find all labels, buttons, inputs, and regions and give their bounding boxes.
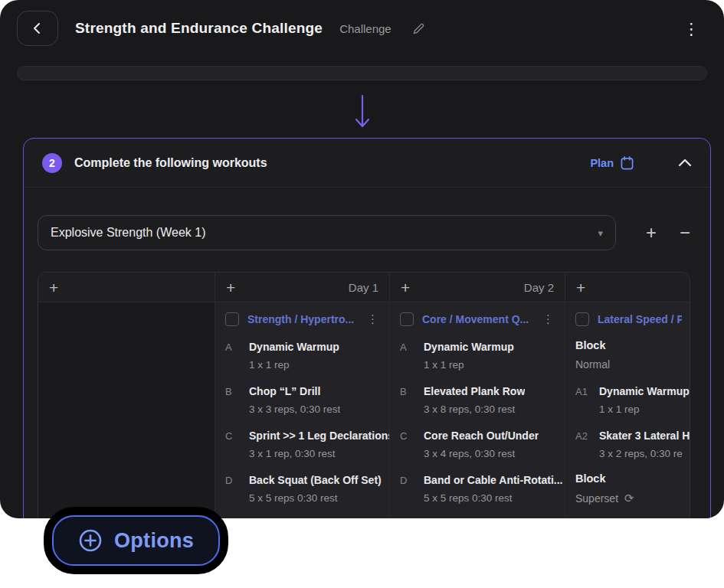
block-type-label: Normal [575, 358, 610, 371]
options-button[interactable]: Options [52, 515, 220, 566]
exercise-letter: B [400, 385, 424, 415]
add-workout-button[interactable]: + [226, 279, 235, 296]
board-body-row: Strength / Hypertro... ⋮ A Dynamic Warmu… [38, 302, 690, 518]
exercise-letter: D [225, 474, 249, 504]
step-2-card: 2 Complete the following workouts Plan [23, 138, 711, 518]
workout-checkbox[interactable] [400, 312, 414, 326]
options-highlight-outline: Options [44, 507, 228, 574]
add-week-button[interactable]: + [646, 224, 657, 242]
step-title: Complete the following workouts [74, 156, 267, 170]
exercise-row[interactable]: A1 Dynamic Warmup 1 x 1 rep [575, 385, 682, 415]
board-header-cell: + [565, 273, 690, 302]
add-workout-button[interactable]: + [49, 279, 58, 296]
exercise-detail: 5 x 5 reps 0:30 rest [424, 492, 562, 504]
circled-plus-icon [78, 528, 103, 553]
block-type-label: Superset [575, 492, 618, 505]
back-button[interactable] [17, 11, 58, 46]
block-row: Block Normal [575, 339, 682, 371]
exercise-letter: D [400, 474, 424, 504]
workout-card: Core / Movement Q... ⋮ A Dynamic Warmup … [390, 302, 565, 504]
program-select-value: Explosive Strength (Week 1) [51, 226, 205, 240]
exercise-detail: 5 x 5 reps 0:30 rest [249, 492, 382, 504]
workout-title[interactable]: Lateral Speed / Ply [598, 313, 682, 325]
flow-down-arrow-icon [0, 90, 724, 133]
board-cell-day-2: Core / Movement Q... ⋮ A Dynamic Warmup … [390, 302, 565, 518]
workout-checkbox[interactable] [575, 312, 589, 326]
workout-checkbox[interactable] [225, 312, 239, 326]
chevron-left-icon [30, 21, 45, 36]
week-actions: + − [646, 224, 696, 242]
exercise-row[interactable]: A2 Skater 3 Lateral Ho 3 x 2 reps, 0:30 … [575, 430, 682, 459]
exercise-letter: C [225, 430, 249, 459]
exercise-name: Band or Cable Anti-Rotati... [424, 474, 562, 486]
exercise-letter: A2 [575, 430, 599, 459]
exercise-name: Sprint >> 1 Leg Declarations [249, 430, 390, 442]
remove-week-button[interactable]: − [680, 224, 690, 242]
screenshot-stage: Strength and Endurance Challenge Challen… [0, 0, 724, 588]
workout-card: Lateral Speed / Ply Block Normal A1 [565, 302, 690, 505]
exercise-detail: 3 x 1 rep, 0:30 rest [249, 448, 390, 459]
workout-board: + + Day 1 + Day 2 + [38, 272, 690, 518]
page-title: Strength and Endurance Challenge [75, 20, 323, 37]
workout-title-row: Core / Movement Q... ⋮ [400, 312, 557, 326]
exercise-row[interactable]: D Back Squat (Back Off Set) 5 x 5 reps 0… [225, 474, 382, 504]
program-select[interactable]: Explosive Strength (Week 1) ▾ [38, 215, 616, 250]
day-label: Day 2 [524, 281, 554, 294]
exercise-letter: A [400, 341, 424, 371]
workout-title-row: Lateral Speed / Ply [575, 312, 682, 326]
step-2-body: Explosive Strength (Week 1) ▾ + − + [24, 188, 710, 518]
exercise-row[interactable]: D Band or Cable Anti-Rotati... 5 x 5 rep… [400, 474, 557, 504]
board-header-cell: + Day 1 [215, 273, 390, 302]
exercise-detail: 3 x 4 reps, 0:30 rest [424, 448, 539, 459]
collapsed-step-card[interactable] [17, 66, 707, 80]
board-header-cell: + [38, 273, 215, 302]
exercise-letter: C [400, 430, 424, 459]
exercise-name: Skater 3 Lateral Ho [599, 430, 690, 442]
block-type: Normal [575, 358, 682, 371]
exercise-row[interactable]: B Chop “L” Drill 3 x 3 reps, 0:30 rest [225, 385, 382, 415]
exercise-detail: 3 x 3 reps, 0:30 rest [249, 403, 340, 415]
step-number-badge: 2 [42, 153, 62, 173]
exercise-name: Chop “L” Drill [249, 385, 340, 397]
add-workout-button[interactable]: + [576, 279, 585, 296]
exercise-row[interactable]: A Dynamic Warmup 1 x 1 rep [225, 341, 382, 371]
exercise-row[interactable]: A Dynamic Warmup 1 x 1 rep [400, 341, 557, 371]
exercise-row[interactable]: B Elevated Plank Row 3 x 8 reps, 0:30 re… [400, 385, 557, 415]
exercise-letter: B [225, 385, 249, 415]
day-label: Day 1 [349, 281, 378, 294]
options-label: Options [114, 529, 194, 553]
workout-title[interactable]: Core / Movement Q... [422, 313, 529, 325]
calendar-icon [621, 156, 634, 170]
step-2-header: 2 Complete the following workouts Plan [24, 139, 710, 188]
exercise-name: Dynamic Warmup [249, 341, 339, 353]
exercise-name: Core Reach Out/Under [424, 430, 539, 442]
exercise-name: Back Squat (Back Off Set) [249, 474, 382, 486]
kebab-menu-icon[interactable]: ⋮ [679, 18, 704, 40]
exercise-detail: 1 x 1 rep [249, 359, 339, 371]
exercise-detail: 3 x 2 reps, 0:30 re [599, 448, 690, 459]
exercise-row[interactable]: C Sprint >> 1 Leg Declarations 3 x 1 rep… [225, 430, 382, 459]
program-row: Explosive Strength (Week 1) ▾ + − [38, 215, 696, 250]
workout-title[interactable]: Strength / Hypertro... [247, 313, 354, 325]
chevron-down-icon: ▾ [598, 227, 603, 239]
workout-menu-icon[interactable]: ⋮ [364, 312, 382, 326]
exercise-detail: 1 x 1 rep [599, 403, 690, 415]
add-workout-button[interactable]: + [401, 279, 410, 296]
collapse-section-button[interactable] [678, 158, 692, 168]
exercise-name: Dynamic Warmup [424, 341, 514, 353]
plan-link[interactable]: Plan [590, 156, 634, 170]
board-header-row: + + Day 1 + Day 2 + [38, 273, 690, 302]
app-window: Strength and Endurance Challenge Challen… [0, 0, 724, 518]
workout-card: Strength / Hypertro... ⋮ A Dynamic Warmu… [215, 302, 389, 504]
workout-menu-icon[interactable]: ⋮ [539, 312, 557, 326]
exercise-letter: A1 [575, 385, 599, 415]
board-cell-empty [38, 302, 215, 518]
edit-pencil-icon[interactable] [411, 21, 426, 36]
exercise-row[interactable]: C Core Reach Out/Under 3 x 4 reps, 0:30 … [400, 430, 557, 459]
block-row: Block Superset ⟳ [575, 472, 682, 505]
block-label: Block [575, 339, 682, 351]
board-header-cell: + Day 2 [390, 273, 565, 302]
block-type: Superset ⟳ [575, 492, 682, 505]
exercise-detail: 1 x 1 rep [424, 359, 514, 371]
superset-cycle-icon: ⟳ [624, 492, 634, 505]
